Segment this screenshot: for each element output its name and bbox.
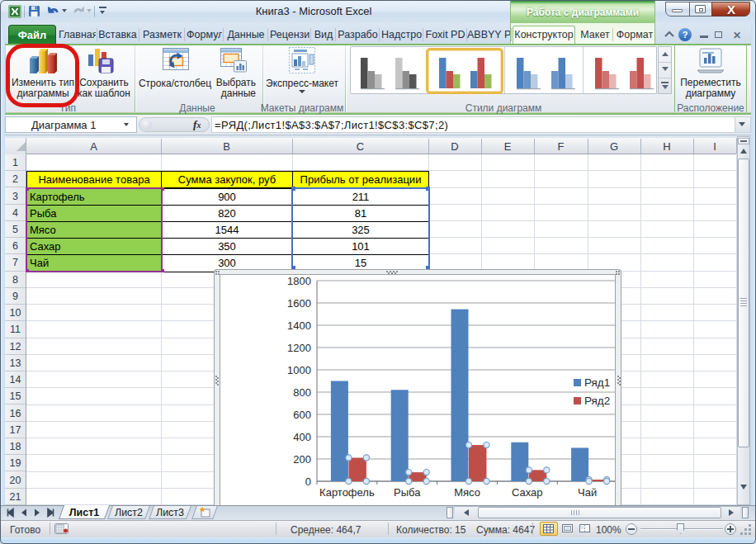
svg-text:Ряд1: Ряд1 xyxy=(584,376,610,389)
svg-text:800: 800 xyxy=(293,386,311,399)
svg-text:Картофель: Картофель xyxy=(319,486,375,499)
svg-text:1600: 1600 xyxy=(287,297,311,310)
svg-text:Мясо: Мясо xyxy=(454,486,480,499)
svg-text:1200: 1200 xyxy=(287,342,311,354)
svg-text:Сахар: Сахар xyxy=(512,486,543,499)
svg-text:0: 0 xyxy=(305,475,311,488)
svg-text:1400: 1400 xyxy=(287,319,311,332)
svg-text:Чай: Чай xyxy=(578,486,597,499)
svg-text:400: 400 xyxy=(293,431,311,443)
svg-text:Рыба: Рыба xyxy=(394,486,421,499)
svg-text:Ряд2: Ряд2 xyxy=(584,395,610,407)
svg-text:1000: 1000 xyxy=(287,364,311,376)
svg-text:600: 600 xyxy=(293,409,311,421)
svg-text:1800: 1800 xyxy=(287,275,311,287)
svg-text:200: 200 xyxy=(293,453,311,466)
